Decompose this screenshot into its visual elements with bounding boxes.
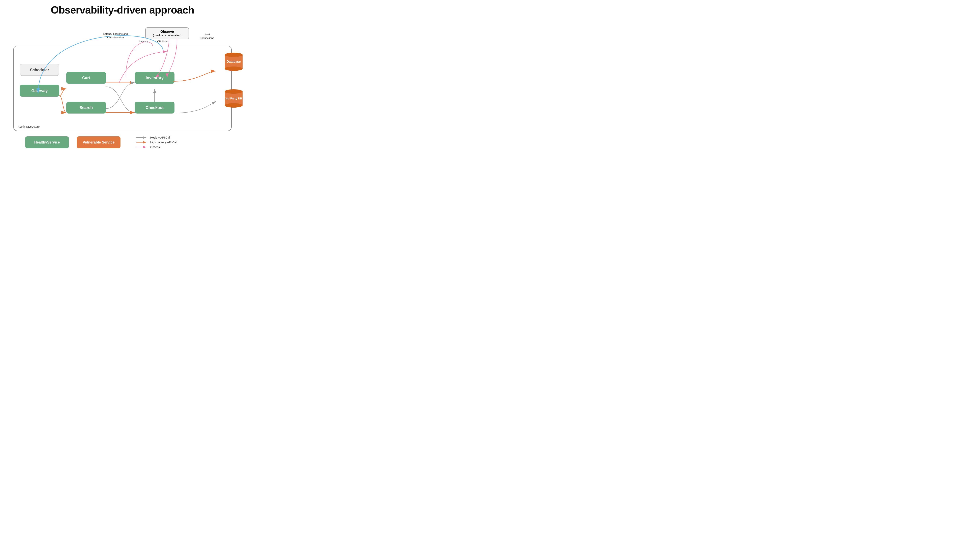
- scheduler-label: Scheduler: [30, 68, 49, 72]
- scheduler-box: Scheduler: [20, 64, 59, 76]
- cpumem-annotation: CPU/Mem: [157, 40, 169, 43]
- database-main: Database: [225, 53, 243, 71]
- legend-healthy-api-label: Healthy API Call: [150, 136, 170, 139]
- cart-label: Cart: [82, 76, 90, 80]
- gateway-label: Gateway: [31, 89, 48, 93]
- legend: HealthyService Vulnerable Service Health…: [13, 136, 232, 149]
- checkout-label: Checkout: [145, 105, 164, 110]
- used-connections-annotation: Used Connections: [197, 33, 217, 40]
- legend-items: Healthy API Call High Latency API Call: [136, 136, 177, 149]
- legend-observe-label: Observe: [150, 145, 161, 149]
- observe-arrow-icon: [136, 146, 148, 148]
- db3-bottom-cap: [225, 103, 243, 108]
- inventory-box: Inventory: [135, 72, 175, 84]
- cart-box: Cart: [66, 72, 106, 84]
- db3-top-cap: [225, 89, 243, 94]
- observe-line2: (overload confirmation): [150, 34, 185, 37]
- legend-vulnerable: Vulnerable Service: [77, 136, 121, 148]
- db-top-cap: [225, 53, 243, 57]
- legend-item-high-latency: High Latency API Call: [136, 141, 177, 144]
- search-label: Search: [80, 105, 93, 110]
- observe-box: Observe (overload confirmation): [145, 27, 189, 39]
- page-title: Observability-driven approach: [51, 4, 194, 16]
- inventory-label: Inventory: [146, 76, 164, 80]
- app-infrastructure: App infrastructure: [13, 46, 232, 131]
- legend-high-latency-label: High Latency API Call: [150, 141, 177, 144]
- db-bottom-cap: [225, 67, 243, 71]
- legend-item-observe: Observe: [136, 145, 177, 149]
- high-latency-arrow-icon: [136, 141, 148, 143]
- database-3rdparty: 3rd Party DB: [225, 89, 243, 108]
- checkout-box: Checkout: [135, 102, 175, 113]
- observe-line1: Observe: [150, 30, 185, 34]
- legend-item-healthy: Healthy API Call: [136, 136, 177, 139]
- legend-healthy: HealthyService: [25, 136, 69, 148]
- healthy-arrow-icon: [136, 136, 148, 139]
- legend-vulnerable-label: Vulnerable Service: [83, 140, 115, 145]
- search-box: Search: [66, 102, 106, 113]
- gateway-box: Gateway: [20, 85, 59, 97]
- database-main-label: Database: [226, 60, 240, 64]
- latency-annotation: Latency: [139, 40, 148, 43]
- diagram-wrapper: Observe (overload confirmation) Latency …: [6, 22, 239, 131]
- infra-label: App infrastructure: [18, 125, 40, 128]
- latency-baseline-annotation: Latency baseline and track deviation: [102, 32, 129, 39]
- database-3rdparty-label: 3rd Party DB: [225, 97, 242, 100]
- legend-healthy-label: HealthyService: [34, 140, 60, 145]
